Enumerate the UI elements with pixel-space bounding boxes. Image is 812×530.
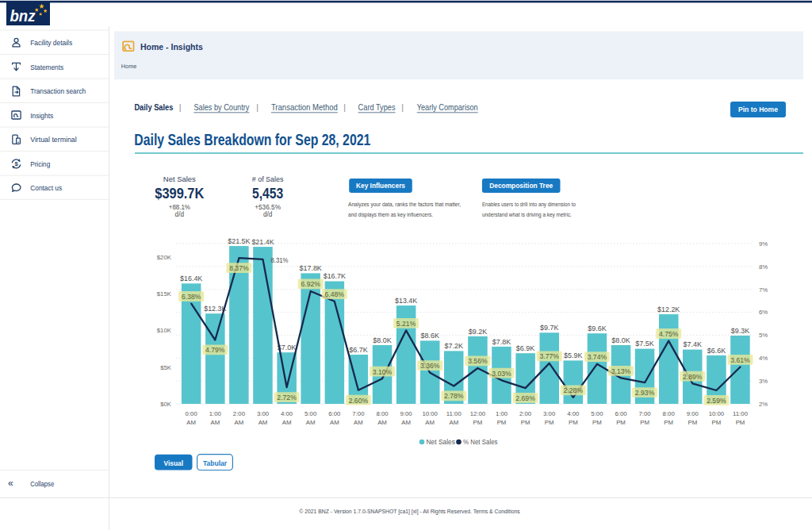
svg-text:4:00: 4:00 (567, 410, 580, 417)
svg-text:4%: 4% (759, 355, 768, 362)
svg-text:AM: AM (235, 419, 244, 426)
svg-text:AM: AM (186, 419, 196, 426)
svg-text:12:00: 12:00 (470, 410, 486, 417)
svg-text:AM: AM (449, 419, 458, 426)
svg-text:4:00: 4:00 (281, 410, 293, 417)
svg-text:Daily Sales: Daily Sales (134, 102, 173, 112)
svg-text:5%: 5% (759, 332, 768, 339)
svg-text:Pin to Home: Pin to Home (738, 106, 778, 113)
svg-text:Net Sales: Net Sales (163, 175, 196, 183)
svg-text:2.78%: 2.78% (444, 392, 464, 400)
svg-text:8:00: 8:00 (376, 410, 389, 417)
svg-text:|: | (343, 102, 346, 112)
svg-text:«: « (8, 478, 13, 489)
svg-text:PM: PM (640, 419, 649, 426)
svg-text:$15K: $15K (157, 290, 172, 298)
svg-text:|: | (179, 102, 182, 112)
svg-text:3.13%: 3.13% (611, 367, 631, 375)
svg-text:Sales by Country: Sales by Country (193, 102, 249, 112)
svg-text:3.77%: 3.77% (539, 352, 559, 360)
svg-text:Collapse: Collapse (30, 479, 54, 488)
svg-text:Contact us: Contact us (30, 183, 62, 192)
svg-text:3.10%: 3.10% (373, 368, 393, 376)
svg-text:7%: 7% (759, 286, 768, 294)
svg-text:PM: PM (736, 419, 745, 426)
svg-text:PM: PM (592, 419, 602, 426)
svg-text:$17.8K: $17.8K (300, 264, 322, 272)
svg-text:6:00: 6:00 (615, 410, 627, 417)
svg-text:PM: PM (473, 419, 483, 426)
svg-text:+536.5%: +536.5% (255, 204, 281, 211)
svg-text:AM: AM (425, 419, 435, 426)
svg-text:$7.5K: $7.5K (635, 340, 654, 348)
svg-text:|: | (401, 102, 404, 112)
svg-text:$5.9K: $5.9K (564, 351, 583, 359)
svg-text:8%: 8% (759, 263, 768, 271)
svg-text:+88.1%: +88.1% (169, 204, 190, 211)
svg-text:PM: PM (497, 419, 507, 426)
svg-text:2.72%: 2.72% (277, 394, 297, 401)
svg-text:AM: AM (306, 419, 316, 426)
svg-text:$21.4K: $21.4K (251, 238, 274, 246)
svg-text:Home - Insights: Home - Insights (140, 42, 203, 52)
svg-text:Daily Sales Breakdown for Sep: Daily Sales Breakdown for Sep 28, 2021 (134, 130, 370, 148)
svg-text:5.21%: 5.21% (396, 320, 416, 328)
svg-text:6:00: 6:00 (328, 410, 341, 417)
svg-text:4.75%: 4.75% (659, 330, 679, 338)
svg-text:PM: PM (664, 419, 673, 426)
svg-text:$6.6K: $6.6K (707, 347, 726, 355)
svg-text:2.89%: 2.89% (683, 373, 703, 381)
svg-text:3.74%: 3.74% (588, 353, 607, 361)
svg-text:1:00: 1:00 (496, 410, 508, 417)
svg-text:$7.2K: $7.2K (445, 342, 464, 350)
svg-text:$8.0K: $8.0K (373, 336, 392, 344)
svg-text:2.93%: 2.93% (635, 389, 655, 397)
svg-text:$0K: $0K (160, 401, 172, 408)
svg-text:2.28%: 2.28% (564, 386, 584, 394)
svg-text:$9.3K: $9.3K (731, 327, 750, 335)
svg-text:PM: PM (616, 419, 626, 426)
svg-text:$9.7K: $9.7K (540, 324, 559, 332)
svg-text:$8.6K: $8.6K (420, 332, 439, 340)
svg-text:Virtual terminal: Virtual terminal (30, 135, 76, 144)
svg-text:$399.7K: $399.7K (155, 185, 204, 202)
svg-text:Enables users to drill into an: Enables users to drill into any dimensio… (482, 201, 576, 208)
svg-text:2.60%: 2.60% (349, 397, 369, 405)
svg-text:5:00: 5:00 (591, 410, 603, 417)
svg-text:6%: 6% (759, 309, 768, 316)
svg-text:Key Influencers: Key Influencers (356, 182, 405, 190)
svg-text:AM: AM (330, 419, 339, 426)
svg-text:2%: 2% (759, 401, 768, 408)
svg-text:8:00: 8:00 (663, 410, 676, 417)
svg-text:# of Sales: # of Sales (252, 175, 284, 183)
svg-text:bnz: bnz (10, 7, 36, 25)
svg-text:8.31%: 8.31% (271, 256, 289, 264)
svg-text:$7.4K: $7.4K (684, 340, 703, 348)
svg-text:10:00: 10:00 (709, 410, 725, 417)
svg-text:PM: PM (521, 419, 530, 426)
svg-text:% Net Sales: % Net Sales (463, 438, 498, 446)
svg-text:0:00: 0:00 (186, 410, 198, 417)
svg-text:PM: PM (712, 419, 722, 426)
svg-text:$10K: $10K (157, 327, 172, 334)
svg-text:3.56%: 3.56% (468, 357, 488, 365)
svg-text:Transaction Method: Transaction Method (271, 102, 338, 112)
svg-text:AM: AM (377, 419, 387, 426)
svg-text:5:00: 5:00 (304, 410, 317, 417)
svg-text:© 2021 BNZ - Version 1.7.0-SNA: © 2021 BNZ - Version 1.7.0-SNAPSHOT [ca1… (299, 508, 519, 515)
svg-text:$13.4K: $13.4K (395, 297, 417, 305)
svg-text:9%: 9% (759, 240, 768, 248)
svg-text:5,453: 5,453 (252, 185, 283, 202)
svg-text:$6.9K: $6.9K (516, 344, 535, 352)
svg-text:3.36%: 3.36% (420, 362, 440, 370)
svg-text:8.37%: 8.37% (229, 264, 249, 272)
svg-text:$6.7K: $6.7K (349, 346, 368, 354)
svg-text:AM: AM (282, 419, 292, 426)
svg-text:$20K: $20K (157, 254, 172, 261)
svg-text:9:00: 9:00 (400, 410, 413, 417)
svg-text:d/d: d/d (175, 211, 185, 218)
svg-text:4.79%: 4.79% (205, 346, 225, 354)
svg-text:6.38%: 6.38% (182, 293, 201, 301)
svg-text:d/d: d/d (263, 211, 273, 218)
svg-text:Net Sales: Net Sales (427, 438, 456, 446)
